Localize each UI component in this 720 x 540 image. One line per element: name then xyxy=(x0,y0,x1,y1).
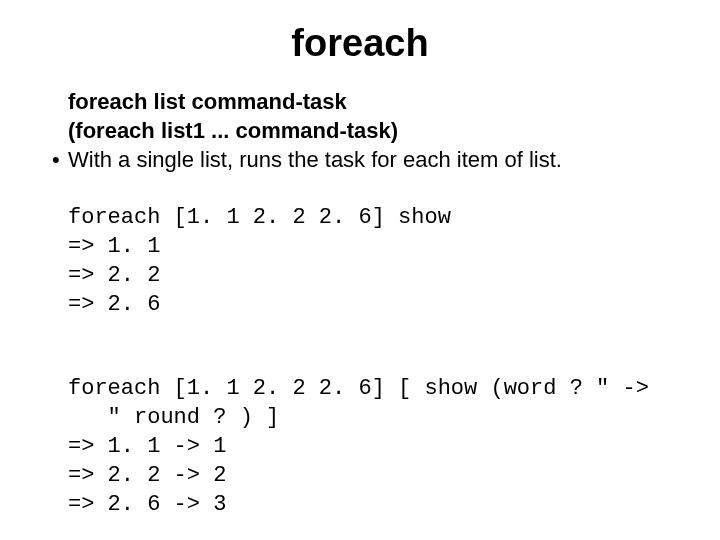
code-line: => 2. 2 xyxy=(68,263,160,288)
code-example-1: foreach [1. 1 2. 2 2. 6] show => 1. 1 =>… xyxy=(68,174,680,319)
code-line: => 1. 1 xyxy=(68,234,160,259)
slide: foreach foreach list command-task (forea… xyxy=(0,0,720,540)
code-line: " round ? ) ] xyxy=(68,405,279,430)
code-example-2: foreach [1. 1 2. 2 2. 6] [ show (word ? … xyxy=(68,345,680,519)
code-line: foreach [1. 1 2. 2 2. 6] [ show (word ? … xyxy=(68,376,649,401)
bullet-text: With a single list, runs the task for ea… xyxy=(68,145,562,174)
slide-body: foreach list command-task (foreach list1… xyxy=(40,87,680,519)
bullet-dot-icon: • xyxy=(52,145,68,174)
code-line: => 2. 6 -> 3 xyxy=(68,492,226,517)
code-line: => 1. 1 -> 1 xyxy=(68,434,226,459)
syntax-line-2: (foreach list1 ... command-task) xyxy=(68,116,680,145)
page-title: foreach xyxy=(40,22,680,65)
code-line: => 2. 6 xyxy=(68,292,160,317)
code-line: foreach [1. 1 2. 2 2. 6] show xyxy=(68,205,451,230)
code-line: => 2. 2 -> 2 xyxy=(68,463,226,488)
syntax-line-1: foreach list command-task xyxy=(68,87,680,116)
bullet-item: • With a single list, runs the task for … xyxy=(52,145,680,174)
